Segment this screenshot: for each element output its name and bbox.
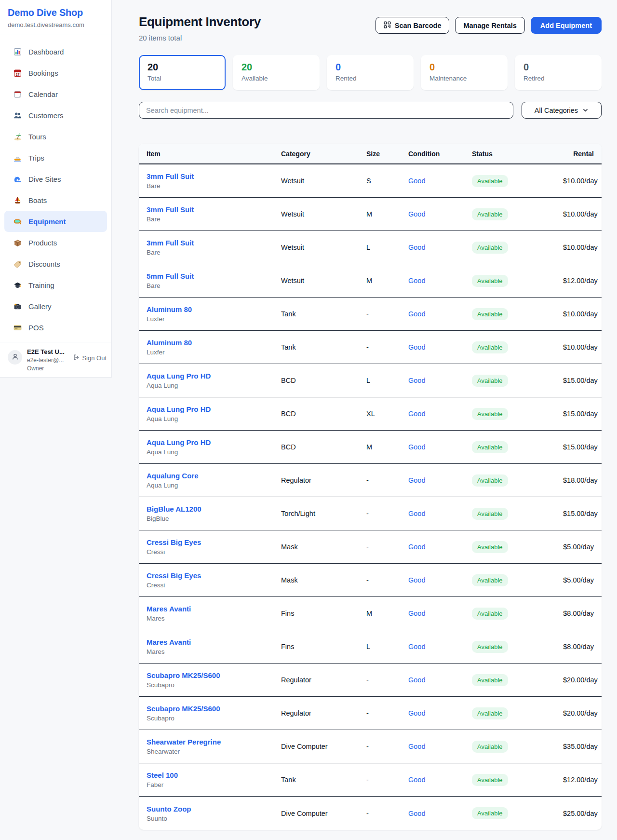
item-name-link[interactable]: Scubapro MK25/S600 (147, 705, 220, 713)
sidebar-item-boats[interactable]: Boats (4, 190, 107, 211)
item-name-link[interactable]: Mares Avanti (147, 638, 191, 646)
table-row[interactable]: 5mm Full Suit Bare Wetsuit M Good Availa… (139, 264, 602, 298)
table-row[interactable]: Cressi Big Eyes Cressi Mask - Good Avail… (139, 564, 602, 597)
search-input[interactable] (139, 102, 513, 119)
add-equipment-button[interactable]: Add Equipment (531, 17, 602, 34)
item-name-link[interactable]: 3mm Full Suit (147, 172, 194, 180)
item-name-link[interactable]: 5mm Full Suit (147, 272, 194, 280)
item-category: Regulator (281, 709, 366, 717)
item-name-link[interactable]: Cressi Big Eyes (147, 538, 201, 546)
item-condition-link[interactable]: Good (408, 709, 425, 717)
table-row[interactable]: Scubapro MK25/S600 Scubapro Regulator - … (139, 697, 602, 730)
table-row[interactable]: Scubapro MK25/S600 Scubapro Regulator - … (139, 664, 602, 697)
table-row[interactable]: Cressi Big Eyes Cressi Mask - Good Avail… (139, 530, 602, 564)
sidebar-item-calendar[interactable]: Calendar (4, 83, 107, 105)
scan-barcode-button[interactable]: Scan Barcode (376, 17, 450, 34)
sidebar-item-gallery[interactable]: Gallery (4, 296, 107, 317)
sidebar-item-training[interactable]: Training (4, 274, 107, 296)
sidebar-item-dashboard[interactable]: Dashboard (4, 41, 107, 62)
sidebar-item-customers[interactable]: Customers (4, 105, 107, 126)
sidebar-item-bookings[interactable]: 17 Bookings (4, 62, 107, 83)
item-category: Wetsuit (281, 277, 366, 285)
item-name-link[interactable]: Aluminum 80 (147, 339, 192, 347)
table-row[interactable]: Shearwater Peregrine Shearwater Dive Com… (139, 730, 602, 763)
table-row[interactable]: Aluminum 80 Luxfer Tank - Good Available… (139, 331, 602, 364)
item-size: - (366, 743, 408, 750)
stat-card-retired[interactable]: 0 Retired (515, 55, 602, 90)
item-category: Mask (281, 543, 366, 551)
item-name-link[interactable]: Mares Avanti (147, 605, 191, 613)
sidebar-item-tours[interactable]: Tours (4, 126, 107, 147)
sign-out-button[interactable]: Sign Out (73, 354, 107, 362)
stat-card-available[interactable]: 20 Available (233, 55, 320, 90)
item-name-link[interactable]: Aqua Lung Pro HD (147, 372, 211, 380)
item-condition-link[interactable]: Good (408, 410, 425, 418)
column-header-rental: Rental (563, 150, 594, 158)
item-name-link[interactable]: Aqualung Core (147, 472, 199, 480)
item-name-link[interactable]: Suunto Zoop (147, 805, 191, 813)
sidebar-item-trips[interactable]: Trips (4, 147, 107, 168)
item-condition-link[interactable]: Good (408, 443, 425, 451)
shop-name[interactable]: Demo Dive Shop (8, 7, 104, 18)
item-condition-link[interactable]: Good (408, 510, 425, 517)
table-row[interactable]: Mares Avanti Mares Fins M Good Available… (139, 597, 602, 630)
table-row[interactable]: BigBlue AL1200 BigBlue Torch/Light - Goo… (139, 497, 602, 530)
item-name-link[interactable]: BigBlue AL1200 (147, 505, 201, 513)
table-row[interactable]: 3mm Full Suit Bare Wetsuit M Good Availa… (139, 198, 602, 231)
sidebar-item-discounts[interactable]: Discounts (4, 253, 107, 274)
table-row[interactable]: Aqua Lung Pro HD Aqua Lung BCD M Good Av… (139, 431, 602, 464)
item-name-link[interactable]: Cressi Big Eyes (147, 571, 201, 580)
item-name-link[interactable]: Steel 100 (147, 771, 178, 779)
status-badge: Available (472, 707, 508, 719)
chevron-down-icon (582, 106, 589, 115)
item-condition-link[interactable]: Good (408, 310, 425, 318)
sidebar-item-equipment[interactable]: Equipment (4, 211, 107, 232)
item-name-link[interactable]: 3mm Full Suit (147, 205, 194, 214)
table-row[interactable]: 3mm Full Suit Bare Wetsuit S Good Availa… (139, 164, 602, 198)
table-row[interactable]: 3mm Full Suit Bare Wetsuit L Good Availa… (139, 231, 602, 264)
item-name-link[interactable]: Shearwater Peregrine (147, 738, 221, 746)
category-select[interactable]: All Categories (522, 102, 602, 119)
item-condition-link[interactable]: Good (408, 810, 425, 817)
item-name-link[interactable]: Aqua Lung Pro HD (147, 405, 211, 413)
table-row[interactable]: Steel 100 Faber Tank - Good Available $1… (139, 763, 602, 797)
item-condition-link[interactable]: Good (408, 743, 425, 750)
item-name-link[interactable]: Scubapro MK25/S600 (147, 671, 220, 679)
item-size: - (366, 476, 408, 484)
item-condition-link[interactable]: Good (408, 377, 425, 384)
item-condition-link[interactable]: Good (408, 776, 425, 784)
sidebar-item-dive-sites[interactable]: Dive Sites (4, 168, 107, 190)
item-condition-link[interactable]: Good (408, 576, 425, 584)
item-condition-link[interactable]: Good (408, 676, 425, 684)
sidebar-item-products[interactable]: Products (4, 232, 107, 253)
item-condition-link[interactable]: Good (408, 610, 425, 617)
item-condition-link[interactable]: Good (408, 244, 425, 251)
item-condition-link[interactable]: Good (408, 543, 425, 551)
sidebar-item-pos[interactable]: POS (4, 317, 107, 338)
stat-card-maintenance[interactable]: 0 Maintenance (421, 55, 508, 90)
item-condition-link[interactable]: Good (408, 210, 425, 218)
stat-card-rented[interactable]: 0 Rented (327, 55, 414, 90)
table-row[interactable]: Aqua Lung Pro HD Aqua Lung BCD XL Good A… (139, 397, 602, 431)
item-name-link[interactable]: Aqua Lung Pro HD (147, 438, 211, 447)
item-condition-link[interactable]: Good (408, 277, 425, 285)
item-condition-link[interactable]: Good (408, 177, 425, 185)
item-brand: Bare (147, 249, 281, 256)
table-body: 3mm Full Suit Bare Wetsuit S Good Availa… (139, 164, 602, 830)
item-condition-link[interactable]: Good (408, 343, 425, 351)
table-row[interactable]: Aqualung Core Aqua Lung Regulator - Good… (139, 464, 602, 497)
item-name-link[interactable]: Aluminum 80 (147, 305, 192, 313)
table-row[interactable]: Suunto Zoop Suunto Dive Computer - Good … (139, 797, 602, 830)
person-icon (11, 352, 19, 363)
item-category: Regulator (281, 476, 366, 484)
item-name-link[interactable]: 3mm Full Suit (147, 239, 194, 247)
item-brand: Scubapro (147, 681, 281, 689)
table-row[interactable]: Aqua Lung Pro HD Aqua Lung BCD L Good Av… (139, 364, 602, 397)
table-row[interactable]: Mares Avanti Mares Fins L Good Available… (139, 630, 602, 664)
table-row[interactable]: Aluminum 80 Luxfer Tank - Good Available… (139, 298, 602, 331)
item-condition-link[interactable]: Good (408, 643, 425, 650)
manage-rentals-button[interactable]: Manage Rentals (455, 17, 524, 34)
stat-card-total[interactable]: 20 Total (139, 55, 226, 90)
item-condition-link[interactable]: Good (408, 476, 425, 484)
item-rental: $15.00/day (563, 410, 598, 418)
